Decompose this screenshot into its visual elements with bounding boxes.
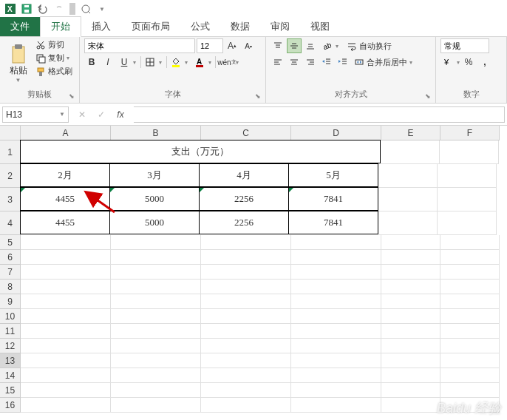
cell[interactable] (440, 250, 500, 265)
header-cell[interactable]: 3月 (109, 163, 200, 187)
wrap-text-button[interactable]: 自动换行 (344, 40, 394, 52)
align-right-icon[interactable] (303, 55, 318, 70)
cell[interactable] (291, 265, 381, 280)
cell[interactable] (381, 339, 440, 353)
cell[interactable] (440, 309, 500, 324)
cell[interactable] (378, 164, 438, 188)
tab-page-layout[interactable]: 页面布局 (121, 17, 180, 36)
cell[interactable] (111, 339, 201, 353)
merge-center-button[interactable]: 合并后居中▾ (352, 56, 415, 69)
row-header[interactable]: 9 (0, 294, 21, 309)
cell[interactable] (201, 265, 291, 280)
align-left-icon[interactable] (270, 55, 285, 70)
cell[interactable] (291, 353, 381, 368)
redo-icon[interactable] (52, 1, 67, 16)
cell[interactable] (201, 383, 291, 398)
cell[interactable] (111, 368, 201, 383)
row-header[interactable]: 11 (0, 324, 21, 339)
cell[interactable] (381, 140, 440, 164)
currency-icon[interactable]: ¥ (440, 55, 455, 70)
row-header[interactable]: 15 (0, 383, 21, 398)
cell[interactable] (381, 309, 440, 324)
cell[interactable] (201, 280, 291, 294)
cell[interactable] (21, 383, 111, 398)
increase-indent-icon[interactable] (336, 55, 350, 70)
cell[interactable] (201, 294, 291, 309)
cell[interactable] (291, 235, 381, 250)
cell[interactable] (111, 353, 201, 368)
border-button[interactable] (143, 55, 157, 70)
cell[interactable] (21, 250, 111, 265)
paste-button[interactable]: 粘贴 ▼ (4, 38, 32, 89)
row-header[interactable]: 2 (0, 164, 21, 188)
data-cell[interactable]: 2256 (199, 187, 289, 211)
fill-color-button[interactable] (169, 55, 183, 70)
cell[interactable] (201, 309, 291, 324)
save-icon[interactable] (19, 1, 34, 16)
undo-icon[interactable] (35, 1, 50, 16)
align-center-icon[interactable] (287, 55, 302, 70)
row-header[interactable]: 13 (0, 353, 21, 368)
tab-review[interactable]: 审阅 (260, 17, 300, 36)
row-header[interactable]: 7 (0, 265, 21, 280)
comma-icon[interactable]: , (477, 55, 492, 70)
formula-input[interactable] (134, 106, 505, 123)
cancel-formula-icon[interactable]: ✕ (73, 106, 91, 123)
number-format-select[interactable] (440, 38, 489, 53)
font-launcher-icon[interactable]: ⬊ (255, 92, 261, 100)
tab-view[interactable]: 视图 (300, 17, 340, 36)
cell[interactable] (21, 353, 111, 368)
cell[interactable] (440, 235, 500, 250)
select-all-corner[interactable] (0, 126, 21, 140)
cell[interactable] (111, 383, 201, 398)
column-header[interactable]: B (111, 126, 201, 140)
data-cell[interactable]: 4455 (20, 211, 110, 234)
cell[interactable] (440, 383, 500, 398)
tab-data[interactable]: 数据 (220, 17, 260, 36)
alignment-launcher-icon[interactable]: ⬊ (425, 92, 431, 100)
align-top-icon[interactable] (270, 38, 285, 53)
header-cell[interactable]: 4月 (199, 163, 289, 187)
cell[interactable] (291, 383, 381, 398)
row-header[interactable]: 6 (0, 250, 21, 265)
cell[interactable] (440, 398, 500, 413)
cell[interactable] (381, 250, 440, 265)
enter-formula-icon[interactable]: ✓ (92, 106, 110, 123)
italic-button[interactable]: I (101, 55, 115, 70)
row-header[interactable]: 1 (0, 140, 21, 164)
cell[interactable] (21, 235, 111, 250)
qat-customize-icon[interactable]: ▼ (95, 1, 109, 16)
cell[interactable] (291, 309, 381, 324)
orientation-icon[interactable]: ab (319, 38, 334, 53)
tab-file[interactable]: 文件 (0, 17, 40, 36)
cell[interactable] (440, 368, 500, 383)
cell[interactable] (21, 398, 111, 413)
column-header[interactable]: F (440, 126, 500, 140)
cell[interactable] (201, 324, 291, 339)
row-header[interactable]: 10 (0, 309, 21, 324)
row-header[interactable]: 14 (0, 368, 21, 383)
row-header[interactable]: 16 (0, 398, 21, 413)
cell[interactable] (201, 235, 291, 250)
cell[interactable] (111, 294, 201, 309)
align-bottom-icon[interactable] (303, 38, 318, 53)
cell[interactable] (440, 140, 499, 164)
row-header[interactable]: 3 (0, 188, 21, 211)
cell[interactable] (21, 339, 111, 353)
cell[interactable] (291, 398, 381, 413)
cell[interactable] (381, 235, 440, 250)
cell[interactable] (440, 280, 500, 294)
data-cell[interactable]: 7841 (288, 211, 378, 234)
cell[interactable] (291, 339, 381, 353)
cell[interactable] (201, 368, 291, 383)
cell[interactable] (111, 280, 201, 294)
cell[interactable] (378, 188, 438, 211)
align-middle-icon[interactable] (287, 38, 302, 53)
decrease-indent-icon[interactable] (319, 55, 334, 70)
cell[interactable] (111, 250, 201, 265)
chevron-down-icon[interactable]: ▼ (59, 111, 65, 118)
row-header[interactable]: 4 (0, 211, 21, 235)
data-cell[interactable]: 7841 (288, 187, 378, 211)
tab-home[interactable]: 开始 (40, 16, 81, 37)
cell[interactable] (21, 294, 111, 309)
